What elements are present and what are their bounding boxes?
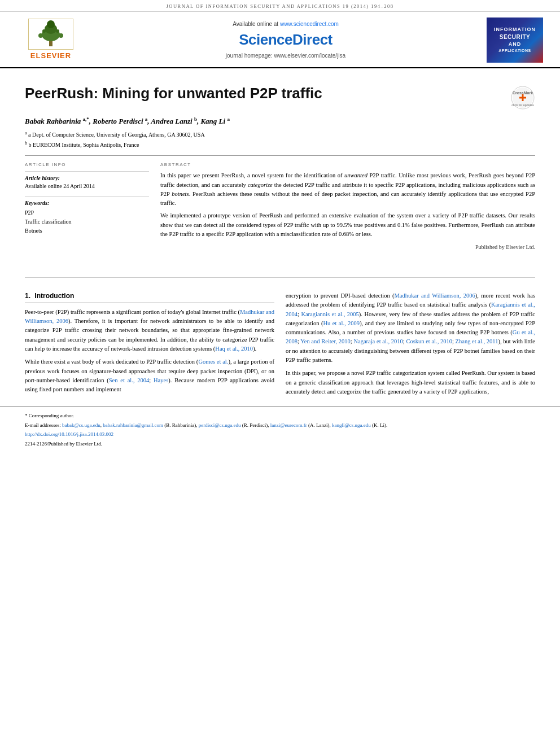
author-bahbarinia: Babak Rahbarinia: [25, 117, 81, 125]
elsevier-wordmark: ELSEVIER: [30, 51, 71, 61]
available-online-text: Available online at www.sciencedirect.co…: [233, 20, 339, 28]
main-right: encryption to prevent DPI-based detectio…: [286, 291, 535, 400]
keyword-3: Botnets: [25, 226, 149, 235]
author-sup-a3: a: [227, 116, 230, 122]
author-lanzi: Andrea Lanzi: [151, 117, 192, 125]
svg-text:click for updates: click for updates: [511, 103, 534, 107]
affiliation-a: a a Dept. of Computer Science, Universit…: [25, 130, 535, 139]
keywords-label: Keywords:: [25, 199, 149, 207]
ref-hu-2009[interactable]: Hu et al., 2009: [323, 320, 360, 326]
keywords-list: P2P Traffic classification Botnets: [25, 208, 149, 235]
keyword-1: P2P: [25, 208, 149, 217]
intro-p2: While there exist a vast body of work de…: [25, 357, 274, 394]
affiliations: a a Dept. of Computer Science, Universit…: [25, 130, 535, 150]
email-perdisci[interactable]: perdisci@cs.uga.edu: [199, 422, 241, 428]
thin-divider: [25, 277, 535, 278]
journal-homepage: journal homepage: www.elsevier.com/locat…: [226, 52, 345, 60]
abstract-italic-botnets: botnets: [172, 191, 189, 197]
section1-title: Introduction: [34, 292, 74, 300]
svg-text:CrossMark: CrossMark: [513, 91, 533, 95]
author-sup-a2: a: [145, 116, 148, 122]
published-by: Published by Elsevier Ltd.: [160, 243, 535, 251]
article-title-text: PeerRush: Mining for unwanted P2P traffi…: [25, 83, 322, 103]
center-header: Available online at www.sciencedirect.co…: [85, 20, 487, 60]
affiliation-b: b b EURECOM Institute, Sophia Antipolis,…: [25, 140, 535, 150]
crossmark-icon[interactable]: CrossMark click for updates: [510, 85, 535, 110]
svg-point-6: [59, 33, 63, 38]
sciencedirect-brand: ScienceDirect: [239, 29, 333, 50]
ref-yen-2010[interactable]: Yen and Reiter, 2010: [300, 338, 351, 344]
section1-heading: 1. Introduction: [25, 291, 274, 303]
author-sup-a1: a,*: [83, 116, 89, 122]
footnote-email: E-mail addresses: babak@cs.uga.edu, baba…: [25, 422, 535, 430]
footnote-doi: http://dx.doi.org/10.1016/j.jisa.2014.03…: [25, 431, 535, 439]
footnote-star: * Corresponding author.: [25, 412, 535, 420]
right-logo-line3: AND: [509, 41, 522, 48]
article-body: PeerRush: Mining for unwanted P2P traffi…: [0, 68, 560, 277]
keyword-2: Traffic classification: [25, 217, 149, 226]
right-logo-line1: INFORMATION: [494, 27, 536, 33]
history-label: Article history:: [25, 174, 149, 182]
email-lanzi[interactable]: lanzi@eurecom.fr: [270, 422, 307, 428]
ref-madhukar-2006-r[interactable]: Madhukar and Williamson, 2006: [394, 292, 475, 299]
right-logo-line2: SECURITY: [500, 33, 531, 41]
article-info-label: ARTICLE INFO: [25, 161, 149, 168]
author-li: Kang Li: [200, 117, 225, 125]
abstract-italic-categorize: categorize: [248, 182, 273, 188]
svg-point-5: [38, 33, 43, 38]
email-kangli[interactable]: kangli@cs.uga.edu: [332, 422, 371, 428]
svg-point-8: [56, 29, 59, 33]
keywords: Keywords: P2P Traffic classification Bot…: [25, 196, 149, 235]
intro-p1: Peer-to-peer (P2P) traffic represents a …: [25, 308, 274, 353]
author-perdisci: Roberto Perdisci: [93, 117, 143, 125]
ref-hayes[interactable]: Hayes: [154, 377, 168, 383]
article-history: Article history: Available online 24 Apr…: [25, 171, 149, 190]
abstract-p2: We implemented a prototype version of Pe…: [160, 211, 535, 239]
abstract-col: ABSTRACT In this paper we present PeerRu…: [160, 161, 535, 251]
email-babak-cs[interactable]: babak@cs.uga.edu: [62, 422, 100, 428]
history-date: Available online 24 April 2014: [25, 182, 149, 190]
ref-haq-2010[interactable]: Haq et al., 2010: [215, 346, 253, 352]
svg-point-7: [42, 29, 46, 33]
main-left: 1. Introduction Peer-to-peer (P2P) traff…: [25, 291, 274, 400]
ref-sen-2004[interactable]: Sen et al., 2004: [109, 377, 150, 383]
doi-link[interactable]: http://dx.doi.org/10.1016/j.jisa.2014.03…: [25, 431, 113, 437]
abstract-text: In this paper we present PeerRush, a nov…: [160, 171, 535, 239]
abstract-label: ABSTRACT: [160, 161, 535, 168]
elsevier-logo: ELSEVIER: [17, 19, 85, 61]
article-title-row: PeerRush: Mining for unwanted P2P traffi…: [25, 83, 535, 110]
article-info-col: ARTICLE INFO Article history: Available …: [25, 161, 149, 251]
ref-madhukar-2006[interactable]: Madhukar and Williamson, 2006: [25, 309, 274, 324]
footnote-section: * Corresponding author. E-mail addresses…: [0, 406, 560, 455]
svg-point-4: [47, 20, 55, 28]
ref-zhang-2011[interactable]: Zhang et al., 2011: [456, 338, 498, 344]
ref-coskun-2010[interactable]: Coskun et al., 2010: [406, 338, 452, 344]
journal-title: Journal of Information Security and Appl…: [0, 3, 560, 10]
right-p1: encryption to prevent DPI-based detectio…: [286, 291, 535, 365]
ref-gomes[interactable]: Gomes et al.: [198, 359, 228, 365]
main-content: 1. Introduction Peer-to-peer (P2P) traff…: [0, 291, 560, 400]
top-logos-row: ELSEVIER Available online at www.science…: [0, 12, 560, 68]
right-journal-logo: INFORMATION SECURITY AND APPLICATIONS: [487, 18, 543, 63]
ref-karagiannis-2005[interactable]: Karagiannis et al., 2005: [301, 311, 358, 317]
journal-header-bar: Journal of Information Security and Appl…: [0, 0, 560, 12]
two-col-info: ARTICLE INFO Article history: Available …: [25, 155, 535, 251]
footnote-issn: 2214-2126/Published by Elsevier Ltd.: [25, 440, 535, 448]
right-p2: In this paper, we propose a novel P2P tr…: [286, 369, 535, 396]
right-logo-line4: APPLICATIONS: [498, 48, 531, 54]
abstract-p1: In this paper we present PeerRush, a nov…: [160, 171, 535, 208]
elsevier-tree-icon: [28, 19, 73, 50]
email-babak-gmail[interactable]: babak.rahbarinia@gmail.com: [103, 422, 163, 428]
right-body-text: encryption to prevent DPI-based detectio…: [286, 291, 535, 396]
ref-nagaraja-2010[interactable]: Nagaraja et al., 2010: [353, 338, 403, 344]
section1-number: 1.: [25, 292, 30, 300]
author-sup-b: b: [194, 116, 197, 122]
available-online-label: Available online at: [233, 21, 278, 27]
intro-body-text: Peer-to-peer (P2P) traffic represents a …: [25, 308, 274, 394]
sciencedirect-url[interactable]: www.sciencedirect.com: [280, 21, 339, 27]
authors: Babak Rahbarinia a,*, Roberto Perdisci a…: [25, 116, 535, 127]
abstract-italic-unwanted: unwanted: [344, 172, 368, 178]
